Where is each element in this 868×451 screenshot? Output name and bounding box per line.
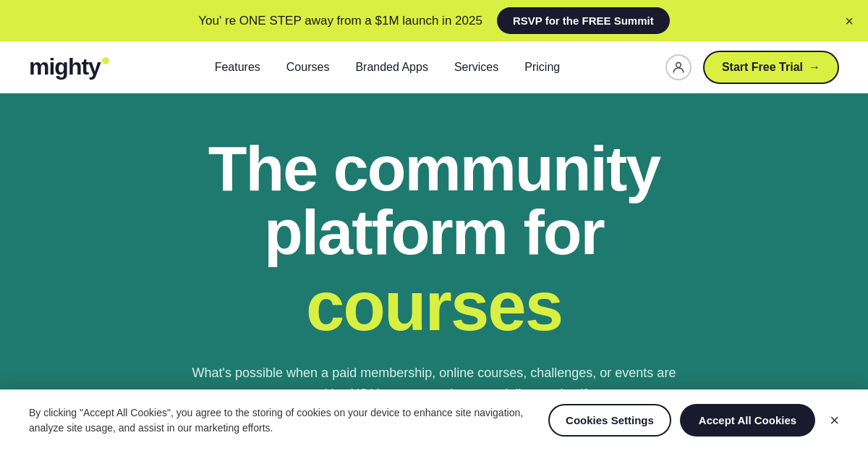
banner-close-button[interactable]: × [845, 14, 854, 28]
nav-item-branded-apps[interactable]: Branded Apps [355, 61, 428, 74]
cookie-close-button[interactable]: × [830, 411, 839, 430]
cookie-buttons: Cookies Settings Accept All Cookies [548, 404, 815, 437]
accept-cookies-button[interactable]: Accept All Cookies [680, 404, 815, 437]
banner-cta-button[interactable]: RSVP for the FREE Summit [497, 7, 670, 34]
cookies-settings-button[interactable]: Cookies Settings [548, 404, 671, 437]
top-banner: You' re ONE STEP away from a $1M launch … [0, 0, 868, 41]
nav-item-features[interactable]: Features [215, 61, 260, 74]
nav-item-courses[interactable]: Courses [286, 61, 330, 74]
start-trial-button[interactable]: Start Free Trial → [703, 51, 839, 84]
nav-item-services[interactable]: Services [454, 61, 498, 74]
logo[interactable]: mighty [29, 54, 109, 80]
nav-right: Start Free Trial → [665, 51, 839, 84]
logo-dot [102, 57, 109, 64]
banner-text: You' re ONE STEP away from a $1M launch … [198, 14, 482, 28]
hero-highlight: courses [208, 271, 660, 341]
main-nav: Features Courses Branded Apps Services P… [215, 61, 561, 74]
hero-title: The community platform for courses [208, 137, 660, 341]
svg-point-0 [676, 62, 681, 67]
cookie-banner: By clicking "Accept All Cookies", you ag… [0, 389, 868, 451]
logo-text: mighty [29, 54, 101, 80]
cookie-text: By clicking "Accept All Cookies", you ag… [29, 405, 534, 436]
header: mighty Features Courses Branded Apps Ser… [0, 41, 868, 93]
account-icon[interactable] [665, 54, 692, 80]
nav-item-pricing[interactable]: Pricing [524, 61, 560, 74]
